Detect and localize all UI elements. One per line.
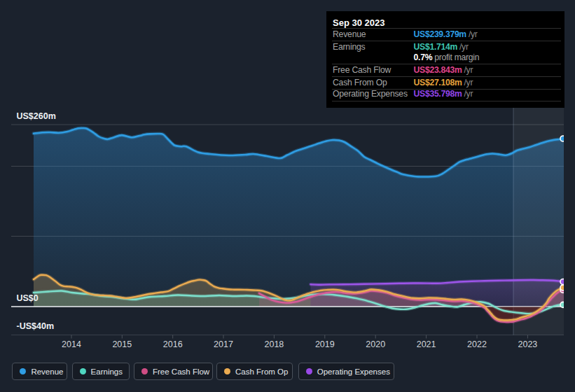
svg-text:2018: 2018 — [264, 340, 284, 349]
svg-text:2021: 2021 — [417, 340, 436, 349]
svg-text:2017: 2017 — [214, 340, 233, 349]
svg-text:2023: 2023 — [518, 340, 537, 349]
svg-text:US$260m: US$260m — [17, 111, 56, 121]
svg-text:2015: 2015 — [112, 340, 132, 349]
svg-text:US$0: US$0 — [17, 293, 39, 303]
svg-text:-US$40m: -US$40m — [17, 321, 55, 331]
svg-text:2020: 2020 — [366, 340, 385, 349]
svg-text:2014: 2014 — [62, 340, 81, 349]
svg-text:2019: 2019 — [315, 340, 335, 349]
svg-text:2016: 2016 — [163, 340, 183, 349]
svg-text:2022: 2022 — [467, 340, 487, 349]
